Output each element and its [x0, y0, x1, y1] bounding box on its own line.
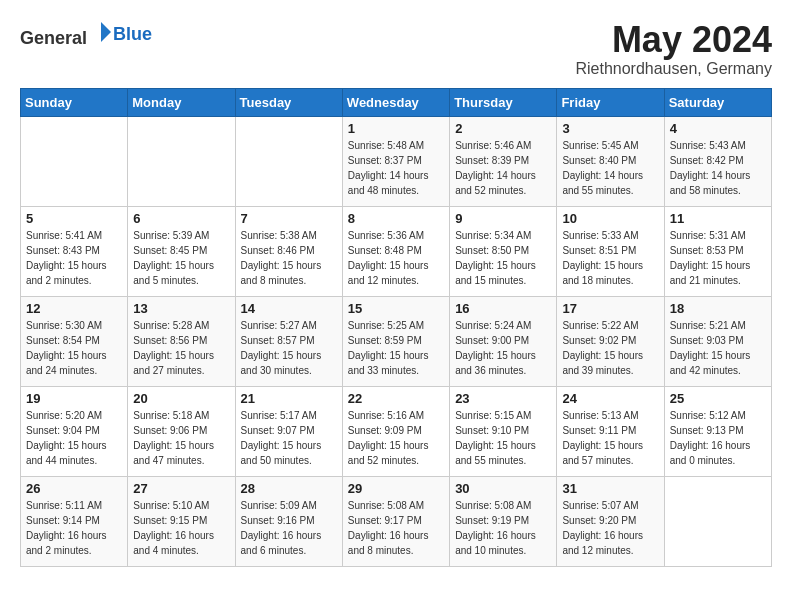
day-info: and 55 minutes. — [455, 453, 551, 468]
day-number: 6 — [133, 211, 229, 226]
day-info: and 52 minutes. — [455, 183, 551, 198]
logo-general-text: General — [20, 28, 87, 48]
day-info: Sunset: 9:04 PM — [26, 423, 122, 438]
day-info: and 8 minutes. — [348, 543, 444, 558]
day-info: Sunrise: 5:09 AM — [241, 498, 337, 513]
day-info: Sunrise: 5:20 AM — [26, 408, 122, 423]
day-number: 28 — [241, 481, 337, 496]
header-saturday: Saturday — [664, 88, 771, 116]
day-info: and 10 minutes. — [455, 543, 551, 558]
day-info: and 55 minutes. — [562, 183, 658, 198]
day-info: Sunset: 9:09 PM — [348, 423, 444, 438]
day-number: 12 — [26, 301, 122, 316]
table-row: 31Sunrise: 5:07 AMSunset: 9:20 PMDayligh… — [557, 476, 664, 566]
day-info: Daylight: 16 hours — [241, 528, 337, 543]
logo-icon — [89, 20, 113, 44]
day-info: Sunrise: 5:21 AM — [670, 318, 766, 333]
day-info: Daylight: 15 hours — [455, 348, 551, 363]
table-row: 5Sunrise: 5:41 AMSunset: 8:43 PMDaylight… — [21, 206, 128, 296]
day-info: Sunset: 8:42 PM — [670, 153, 766, 168]
day-info: Sunrise: 5:48 AM — [348, 138, 444, 153]
table-row: 18Sunrise: 5:21 AMSunset: 9:03 PMDayligh… — [664, 296, 771, 386]
day-info: and 50 minutes. — [241, 453, 337, 468]
logo-blue-text: Blue — [113, 24, 152, 44]
day-info: and 30 minutes. — [241, 363, 337, 378]
day-info: Sunrise: 5:22 AM — [562, 318, 658, 333]
day-info: Sunrise: 5:10 AM — [133, 498, 229, 513]
day-info: Sunset: 8:46 PM — [241, 243, 337, 258]
day-number: 4 — [670, 121, 766, 136]
day-info: and 5 minutes. — [133, 273, 229, 288]
table-row: 29Sunrise: 5:08 AMSunset: 9:17 PMDayligh… — [342, 476, 449, 566]
calendar-header-row: Sunday Monday Tuesday Wednesday Thursday… — [21, 88, 772, 116]
day-info: Sunrise: 5:39 AM — [133, 228, 229, 243]
day-info: and 58 minutes. — [670, 183, 766, 198]
day-info: and 47 minutes. — [133, 453, 229, 468]
day-info: and 8 minutes. — [241, 273, 337, 288]
table-row: 23Sunrise: 5:15 AMSunset: 9:10 PMDayligh… — [450, 386, 557, 476]
table-row: 4Sunrise: 5:43 AMSunset: 8:42 PMDaylight… — [664, 116, 771, 206]
header-monday: Monday — [128, 88, 235, 116]
day-number: 16 — [455, 301, 551, 316]
calendar-table: Sunday Monday Tuesday Wednesday Thursday… — [20, 88, 772, 567]
table-row: 1Sunrise: 5:48 AMSunset: 8:37 PMDaylight… — [342, 116, 449, 206]
day-info: Sunrise: 5:31 AM — [670, 228, 766, 243]
day-info: Sunrise: 5:17 AM — [241, 408, 337, 423]
day-info: and 2 minutes. — [26, 273, 122, 288]
header-thursday: Thursday — [450, 88, 557, 116]
day-info: Daylight: 15 hours — [241, 258, 337, 273]
table-row — [21, 116, 128, 206]
day-info: and 12 minutes. — [562, 543, 658, 558]
day-info: Daylight: 14 hours — [562, 168, 658, 183]
day-number: 26 — [26, 481, 122, 496]
day-number: 21 — [241, 391, 337, 406]
day-info: Sunrise: 5:24 AM — [455, 318, 551, 333]
day-info: and 52 minutes. — [348, 453, 444, 468]
day-info: Sunrise: 5:08 AM — [348, 498, 444, 513]
day-info: Sunset: 8:40 PM — [562, 153, 658, 168]
day-number: 10 — [562, 211, 658, 226]
day-info: Sunset: 9:19 PM — [455, 513, 551, 528]
day-info: Sunset: 9:00 PM — [455, 333, 551, 348]
day-info: Sunset: 8:43 PM — [26, 243, 122, 258]
day-info: Daylight: 14 hours — [670, 168, 766, 183]
table-row: 13Sunrise: 5:28 AMSunset: 8:56 PMDayligh… — [128, 296, 235, 386]
day-info: Sunrise: 5:25 AM — [348, 318, 444, 333]
day-info: Daylight: 15 hours — [670, 258, 766, 273]
day-info: Sunrise: 5:45 AM — [562, 138, 658, 153]
day-info: Sunset: 9:07 PM — [241, 423, 337, 438]
table-row: 6Sunrise: 5:39 AMSunset: 8:45 PMDaylight… — [128, 206, 235, 296]
day-info: and 0 minutes. — [670, 453, 766, 468]
day-info: Daylight: 15 hours — [562, 438, 658, 453]
day-info: Daylight: 15 hours — [133, 438, 229, 453]
day-info: Sunrise: 5:34 AM — [455, 228, 551, 243]
day-info: and 21 minutes. — [670, 273, 766, 288]
day-number: 18 — [670, 301, 766, 316]
day-info: and 18 minutes. — [562, 273, 658, 288]
day-info: Daylight: 15 hours — [26, 258, 122, 273]
day-info: Sunset: 9:03 PM — [670, 333, 766, 348]
day-info: Daylight: 14 hours — [455, 168, 551, 183]
day-info: and 42 minutes. — [670, 363, 766, 378]
day-info: Daylight: 15 hours — [26, 348, 122, 363]
day-number: 17 — [562, 301, 658, 316]
day-number: 31 — [562, 481, 658, 496]
day-info: Sunset: 9:02 PM — [562, 333, 658, 348]
day-info: Sunrise: 5:36 AM — [348, 228, 444, 243]
table-row: 28Sunrise: 5:09 AMSunset: 9:16 PMDayligh… — [235, 476, 342, 566]
day-info: Daylight: 15 hours — [348, 258, 444, 273]
table-row: 16Sunrise: 5:24 AMSunset: 9:00 PMDayligh… — [450, 296, 557, 386]
table-row: 10Sunrise: 5:33 AMSunset: 8:51 PMDayligh… — [557, 206, 664, 296]
day-info: Daylight: 16 hours — [562, 528, 658, 543]
table-row — [235, 116, 342, 206]
day-info: Daylight: 16 hours — [455, 528, 551, 543]
calendar-week-row: 5Sunrise: 5:41 AMSunset: 8:43 PMDaylight… — [21, 206, 772, 296]
day-info: Daylight: 15 hours — [562, 348, 658, 363]
day-number: 20 — [133, 391, 229, 406]
header-sunday: Sunday — [21, 88, 128, 116]
day-info: and 4 minutes. — [133, 543, 229, 558]
day-number: 30 — [455, 481, 551, 496]
day-info: Sunrise: 5:28 AM — [133, 318, 229, 333]
table-row: 3Sunrise: 5:45 AMSunset: 8:40 PMDaylight… — [557, 116, 664, 206]
day-info: Daylight: 15 hours — [133, 258, 229, 273]
